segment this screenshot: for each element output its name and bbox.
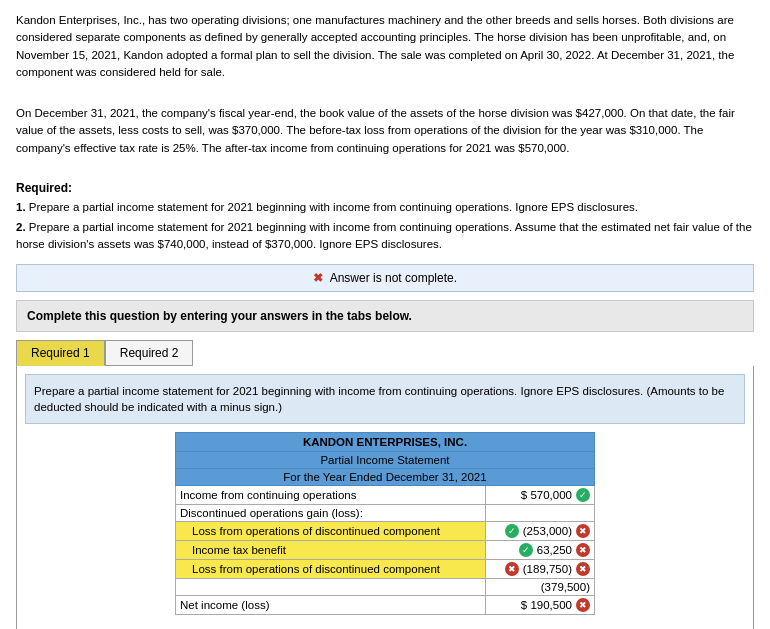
table-row: Income from continuing operations $ 570,… [176,485,595,504]
x-icon: ✖ [505,562,519,576]
income-statement-table: KANDON ENTERPRISES, INC. Partial Income … [175,432,595,615]
table-row: Discontinued operations gain (loss): [176,504,595,521]
row-label: Income tax benefit [176,540,486,559]
row-label: Loss from operations of discontinued com… [176,521,486,540]
row-text: $ 570,000 [521,489,572,501]
row-text: $ 190,500 [521,599,572,611]
intro-paragraph1: Kandon Enterprises, Inc., has two operat… [16,12,754,81]
answer-incomplete-text: Answer is not complete. [330,271,457,285]
statement-title: Partial Income Statement [176,451,595,468]
row-value: $ 570,000 ✓ [486,485,595,504]
table-row: Loss from operations of discontinued com… [176,559,595,578]
tab-required2[interactable]: Required 2 [105,340,194,366]
row-label: Discontinued operations gain (loss): [176,504,486,521]
row-value: (379,500) [486,578,595,595]
row-value: ✖ (189,750) ✖ [486,559,595,578]
required-section: Required: 1. Prepare a partial income st… [16,181,754,254]
row-value: $ 190,500 ✖ [486,595,595,614]
x-icon: ✖ [576,598,590,612]
row-label: Income from continuing operations [176,485,486,504]
row-text: (253,000) [523,525,572,537]
check-icon: ✓ [576,488,590,502]
table-row: Income tax benefit ✓ 63,250 ✖ [176,540,595,559]
tabs-row: Required 1 Required 2 [16,340,754,366]
table-row: (379,500) [176,578,595,595]
intro-paragraph2: On December 31, 2021, the company's fisc… [16,105,754,157]
row-label: Loss from operations of discontinued com… [176,559,486,578]
required-title: Required: [16,181,754,195]
tab-required1[interactable]: Required 1 [16,340,105,366]
tab-content: Prepare a partial income statement for 2… [16,366,754,630]
row-label: Net income (loss) [176,595,486,614]
required-item-1: 1. Prepare a partial income statement fo… [16,199,754,216]
x-icon: ✖ [576,562,590,576]
row-value: ✓ (253,000) ✖ [486,521,595,540]
table-row: Loss from operations of discontinued com… [176,521,595,540]
row-text: (189,750) [523,563,572,575]
row-text: 63,250 [537,544,572,556]
check-icon: ✓ [505,524,519,538]
page-container: Kandon Enterprises, Inc., has two operat… [0,0,770,629]
row-value: ✓ 63,250 ✖ [486,540,595,559]
answer-incomplete-box: ✖ Answer is not complete. [16,264,754,292]
required-list: 1. Prepare a partial income statement fo… [16,199,754,254]
tab-instruction: Prepare a partial income statement for 2… [25,374,745,424]
check-icon: ✓ [519,543,533,557]
complete-instruction: Complete this question by entering your … [16,300,754,332]
x-icon: ✖ [576,524,590,538]
incomplete-icon: ✖ [313,271,323,285]
row-text: (379,500) [541,581,590,593]
row-label [176,578,486,595]
row-value [486,504,595,521]
required-item-2: 2. Prepare a partial income statement fo… [16,219,754,254]
company-name: KANDON ENTERPRISES, INC. [176,432,595,451]
table-row: Net income (loss) $ 190,500 ✖ [176,595,595,614]
x-icon: ✖ [576,543,590,557]
date-header: For the Year Ended December 31, 2021 [176,468,595,485]
